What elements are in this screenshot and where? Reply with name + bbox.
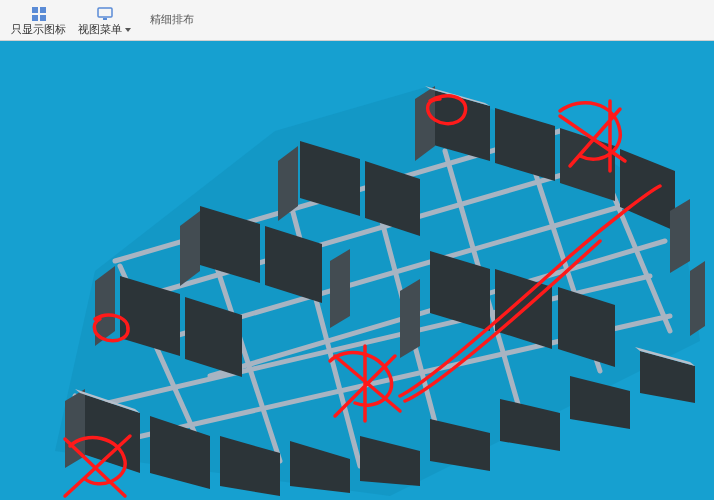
svg-marker-51 bbox=[330, 249, 350, 328]
toolbar: 只显示图标 视图菜单 精细排布 bbox=[0, 0, 714, 41]
svg-marker-49 bbox=[690, 261, 705, 336]
show-icons-only-button[interactable]: 只显示图标 bbox=[6, 2, 71, 38]
monitor-icon bbox=[97, 6, 113, 22]
svg-rect-1 bbox=[40, 7, 46, 13]
viewport-3d[interactable] bbox=[0, 41, 714, 500]
svg-rect-0 bbox=[32, 7, 38, 13]
model-render bbox=[0, 41, 714, 500]
fine-layout-label: 精细排布 bbox=[150, 13, 194, 25]
svg-rect-4 bbox=[98, 8, 112, 17]
view-menu-label: 视图菜单 bbox=[78, 23, 131, 35]
svg-rect-5 bbox=[103, 18, 107, 20]
chevron-down-icon bbox=[125, 28, 131, 32]
view-menu-button[interactable]: 视图菜单 bbox=[73, 2, 136, 38]
svg-rect-3 bbox=[40, 15, 46, 21]
show-icons-only-label: 只显示图标 bbox=[11, 23, 66, 35]
toolbar-group-left: 只显示图标 视图菜单 bbox=[6, 2, 136, 38]
svg-marker-48 bbox=[670, 199, 690, 273]
svg-marker-52 bbox=[400, 279, 420, 358]
fine-layout-button[interactable]: 精细排布 bbox=[146, 2, 198, 27]
svg-rect-2 bbox=[32, 15, 38, 21]
grid-icon bbox=[31, 6, 47, 22]
